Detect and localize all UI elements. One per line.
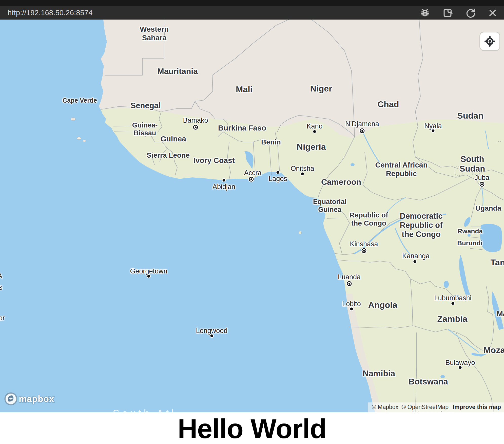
city-label: Longwood: [196, 327, 228, 335]
country-label: Angola: [368, 300, 397, 310]
city-dot-icon: [210, 335, 213, 337]
page-title: Hello World: [0, 412, 504, 443]
inspect-page-button[interactable]: [441, 7, 453, 19]
attribution-osm-link[interactable]: © OpenStreetMap: [401, 404, 449, 410]
country-label: Senegal: [131, 101, 161, 110]
ocean-label-fragment: South Atl: [113, 408, 176, 413]
country-label: Botswana: [409, 377, 448, 386]
close-icon: [487, 7, 498, 18]
city-label: Kananga: [402, 252, 430, 260]
country-label: Niger: [310, 84, 332, 94]
country-label: Burkina Faso: [218, 124, 266, 133]
city-label: Onitsha: [290, 165, 314, 173]
country-label: South Sudan: [457, 154, 488, 174]
mapbox-logo-text: mapbox: [19, 394, 54, 404]
city-dot-icon: [350, 308, 353, 310]
city-label: Lagos: [268, 175, 287, 183]
city-label: Kano: [306, 122, 322, 130]
capital-icon: [362, 248, 366, 253]
country-label: Tanzania: [491, 257, 504, 267]
country-label: Republic of the Congo: [350, 211, 388, 228]
city-label: Nyala: [424, 122, 442, 130]
capital-icon: [360, 128, 365, 133]
country-label: Nigeria: [297, 142, 326, 152]
city-dot-icon: [147, 275, 150, 278]
window-title-strip: [0, 0, 504, 6]
improve-this-map-link[interactable]: Improve this map: [453, 404, 501, 410]
country-label: Rwanda: [457, 227, 483, 235]
city-dot-icon: [432, 130, 435, 132]
capital-icon: [480, 182, 484, 187]
country-label: Uganda: [475, 204, 501, 212]
country-label: Guinea- Bissau: [132, 121, 158, 137]
browser-top-bar: http://192.168.50.26:8574: [0, 0, 504, 20]
country-label: Zambia: [437, 314, 467, 324]
inspect-page-icon: [442, 7, 453, 19]
close-button[interactable]: [487, 7, 498, 19]
capital-icon: [347, 281, 352, 286]
map-canvas[interactable]: Western SaharaMauritaniaMaliNigerChadSud…: [0, 20, 504, 412]
country-label: Guinea: [160, 135, 186, 143]
clipped-edge-label: s: [0, 284, 3, 291]
mapbox-logo[interactable]: mapbox: [4, 392, 59, 406]
country-label: Sierra Leone: [147, 151, 190, 159]
capital-icon: [249, 177, 254, 182]
country-label: Chad: [378, 99, 399, 109]
bug-icon: [419, 7, 431, 19]
geolocate-button[interactable]: [480, 32, 499, 50]
debug-button[interactable]: [419, 7, 431, 19]
city-dot-icon: [313, 130, 316, 133]
capital-icon: [193, 125, 198, 130]
country-label: Burundi: [457, 239, 482, 247]
country-label: Mali: [236, 84, 253, 94]
country-label: Mauritania: [157, 67, 198, 76]
country-label: Sudan: [457, 111, 483, 121]
city-dot-icon: [452, 302, 454, 305]
country-label: Benin: [261, 138, 281, 146]
city-dot-icon: [277, 171, 279, 174]
country-label: Cape Verde: [63, 97, 97, 104]
city-dot-icon: [301, 173, 304, 175]
country-label: Democratic Republic of the Congo: [400, 212, 443, 239]
clipped-edge-label: A: [0, 272, 2, 280]
reload-button[interactable]: [464, 7, 476, 19]
city-label: Juba: [475, 174, 490, 182]
city-label: Luanda: [338, 273, 361, 281]
city-label: N’Djamena: [345, 120, 379, 128]
country-label: Ivory Coast: [193, 156, 235, 165]
country-label: Central African Republic: [375, 161, 428, 178]
city-label: Bamako: [183, 117, 208, 124]
address-bar-url[interactable]: http://192.168.50.26:8574: [8, 9, 93, 17]
city-label: Lobito: [342, 300, 361, 308]
city-dot-icon: [223, 179, 225, 182]
city-dot-icon: [459, 366, 462, 369]
country-label: Mozambique: [483, 345, 504, 355]
attribution-mapbox-link[interactable]: © Mapbox: [372, 404, 398, 410]
map-attribution: © Mapbox © OpenStreetMap Improve this ma…: [368, 402, 504, 412]
city-label: Abidjan: [212, 183, 235, 191]
city-label: Accra: [244, 169, 261, 177]
clipped-edge-label: or: [0, 314, 5, 322]
map-labels-layer: Western SaharaMauritaniaMaliNigerChadSud…: [0, 20, 504, 412]
reload-icon: [464, 7, 476, 19]
city-label: Georgetown: [130, 267, 167, 275]
city-label: Kinshasa: [350, 240, 378, 248]
city-label: Bulawayo: [445, 359, 475, 367]
country-label: Western Sahara: [140, 25, 169, 42]
geolocate-icon: [484, 36, 495, 47]
country-label: Equatorial Guinea: [313, 198, 346, 214]
country-label: Namibia: [363, 369, 395, 378]
city-label: Lubumbashi: [434, 294, 471, 302]
city-dot-icon: [414, 260, 416, 263]
country-label: Cameroon: [321, 177, 361, 187]
country-label: Malawi: [497, 309, 504, 318]
